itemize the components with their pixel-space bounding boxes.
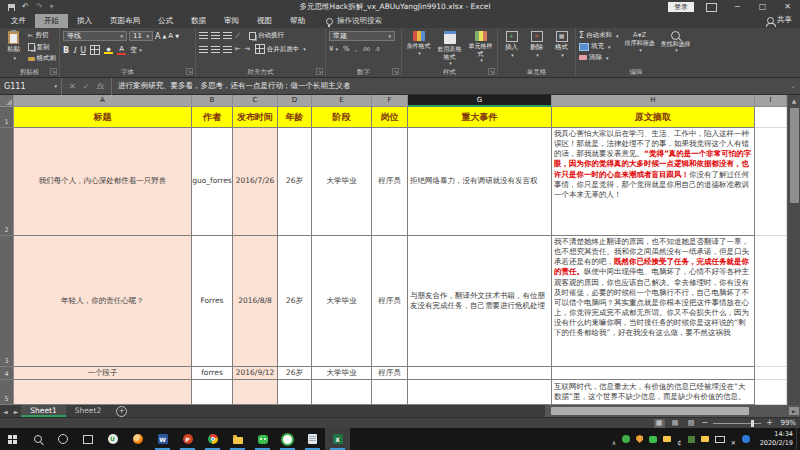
italic-button[interactable]: I [73, 46, 76, 55]
tray-folder-icon-4[interactable] [663, 436, 671, 442]
close-button[interactable]: ✕ [775, 0, 800, 14]
cell-D3[interactable]: 26岁 [278, 236, 312, 367]
insert-cells-button[interactable]: +插入▾ [501, 31, 522, 58]
cell-H2[interactable]: 我真心害怕大家以后在学习、生活、工作中，陷入这样一种误区！那就是，法律处理不了的… [552, 128, 755, 236]
cell-H4[interactable] [552, 367, 755, 380]
new-sheet-button[interactable]: + [116, 406, 127, 417]
sheet-nav-right-icon[interactable]: ► [11, 408, 22, 415]
cell-B3[interactable]: Forres [192, 236, 233, 367]
tell-me-search[interactable]: 操作说明搜索 [326, 16, 382, 26]
cell-G4[interactable] [408, 367, 552, 380]
horizontal-scrollbar[interactable]: ► [545, 405, 800, 417]
cell-E5[interactable] [312, 380, 372, 405]
cell-D2[interactable]: 26岁 [278, 128, 312, 236]
taskbar-360-icon[interactable] [275, 428, 300, 450]
ribbon-tab-视图[interactable]: 视图 [248, 14, 281, 28]
sheet-tab-Sheet1[interactable]: Sheet1 [21, 405, 65, 417]
align-center-icon[interactable] [211, 46, 220, 53]
font-name-select[interactable]: 等线▾ [63, 31, 127, 41]
save-icon[interactable] [8, 4, 15, 11]
cell-B4[interactable]: forres [192, 367, 233, 380]
maximize-button[interactable]: □ [750, 0, 775, 14]
column-header-D[interactable]: D [278, 95, 312, 107]
font-color-button[interactable]: A [117, 46, 126, 55]
tray-green-icon-1[interactable] [622, 435, 630, 443]
column-header-E[interactable]: E [312, 95, 372, 107]
cell-H3[interactable]: 我不清楚她终止翻译的原因，也不知道她是否翻译了一章，也不想究其责任。我和你之间虽… [552, 236, 755, 367]
normal-view-button[interactable]: ▦ [654, 419, 665, 428]
taskbar-ppt-icon[interactable] [175, 428, 200, 450]
cell-H1[interactable]: 原文摘取 [552, 107, 755, 128]
merge-center-button[interactable]: 合并后居中▾ [255, 44, 306, 54]
cell-C3[interactable]: 2016/8/8 [233, 236, 278, 367]
cell-F5[interactable] [372, 380, 408, 405]
zoom-out-button[interactable]: − [702, 418, 709, 428]
align-top-icon[interactable] [199, 32, 208, 39]
cell-F1[interactable]: 岗位 [372, 107, 408, 128]
taskbar-wechat-icon[interactable] [250, 428, 275, 450]
taskbar-word-icon[interactable] [150, 428, 175, 450]
taskbar-excel-icon[interactable] [325, 428, 350, 450]
taskbar-u-icon[interactable] [100, 428, 125, 450]
zoom-in-button[interactable]: + [766, 418, 773, 428]
cell-B1[interactable]: 作者 [192, 107, 233, 128]
font-dialog-launcher-icon[interactable]: ↘ [186, 68, 193, 75]
paste-button[interactable]: 粘贴 ▾ [3, 31, 25, 63]
sort-filter-button[interactable]: A▼Z排序和筛选▾ [625, 31, 655, 62]
cell-A1[interactable]: 标题 [14, 107, 192, 128]
row-header-4[interactable]: 4 [0, 367, 14, 380]
grow-font-button[interactable]: A▲ [155, 32, 166, 41]
cell-A4[interactable]: 一个段子 [14, 367, 192, 380]
cell-styles-button[interactable]: 单元格样式▾ [467, 31, 494, 66]
cell-I5[interactable] [755, 380, 787, 405]
align-right-icon[interactable] [223, 46, 232, 53]
redo-icon[interactable]: ↷ [36, 0, 43, 14]
taskbar-firefox-icon[interactable] [125, 428, 150, 450]
font-size-select[interactable]: 11▾ [129, 31, 153, 41]
fill-color-button[interactable]: ◆ [104, 46, 113, 54]
cell-G5[interactable] [408, 380, 552, 405]
cell-C1[interactable]: 发布时间 [233, 107, 278, 128]
phonetic-guide-button[interactable]: 变▾ [130, 45, 142, 55]
conditional-formatting-button[interactable]: 条件格式▾ [405, 31, 432, 66]
borders-icon[interactable] [90, 45, 100, 55]
taskbar-explorer-icon[interactable] [225, 428, 250, 450]
ribbon-tab-审阅[interactable]: 审阅 [215, 14, 248, 28]
taskbar-taskview-icon[interactable] [75, 428, 100, 450]
tray-msg-icon-3[interactable] [649, 436, 657, 443]
column-header-G[interactable]: G [408, 95, 552, 107]
cell-C2[interactable]: 2016/7/26 [233, 128, 278, 236]
taskbar-clock[interactable]: 14:34 2020/2/19 [760, 430, 793, 448]
alignment-dialog-launcher-icon[interactable]: ↘ [316, 68, 323, 75]
cell-D5[interactable] [278, 380, 312, 405]
cell-G1[interactable]: 重大事件 [408, 107, 552, 128]
cell-E1[interactable]: 阶段 [312, 107, 372, 128]
tray-box-icon-6[interactable] [688, 436, 695, 443]
cell-C4[interactable]: 2016/9/12 [233, 367, 278, 380]
row-header-3[interactable]: 3 [0, 236, 14, 367]
fill-button[interactable]: 填充▾ [579, 42, 619, 51]
cell-G3[interactable]: 与朋友合作，翻译外文技术书籍，有位朋友没有完成任务，自己需要进行危机处理 [408, 236, 552, 367]
cell-E4[interactable]: 大学毕业 [312, 367, 372, 380]
clear-button[interactable]: 清除▾ [579, 53, 619, 62]
underline-button[interactable]: U [80, 46, 86, 55]
row-header-2[interactable]: 2 [0, 128, 14, 236]
cell-E3[interactable]: 大学毕业 [312, 236, 372, 367]
tray-blue-icon-10[interactable] [742, 435, 750, 443]
format-cells-button[interactable]: ▦格式▾ [551, 31, 572, 58]
cell-D1[interactable]: 年龄 [278, 107, 312, 128]
cell-G2[interactable]: 拒绝网络暴力，没有调研就没有发言权 [408, 128, 552, 236]
scroll-up-icon[interactable]: ▲ [788, 95, 800, 106]
align-left-icon[interactable] [199, 46, 208, 53]
cancel-entry-icon[interactable]: ✕ [69, 82, 76, 91]
clipboard-dialog-launcher-icon[interactable]: ↘ [50, 68, 57, 75]
find-select-button[interactable]: 查找和选择▾ [661, 31, 691, 62]
orientation-icon[interactable]: ⟋ [235, 32, 240, 40]
ribbon-tab-数据[interactable]: 数据 [182, 14, 215, 28]
increase-decimal-icon[interactable]: .00 [362, 46, 370, 52]
tray-usb-icon-8[interactable] [715, 436, 725, 443]
zoom-slider-thumb[interactable] [751, 420, 754, 427]
decrease-decimal-icon[interactable]: .0 [375, 46, 380, 52]
column-header-F[interactable]: F [372, 95, 408, 107]
ribbon-tab-开始[interactable]: 开始 [35, 14, 68, 28]
